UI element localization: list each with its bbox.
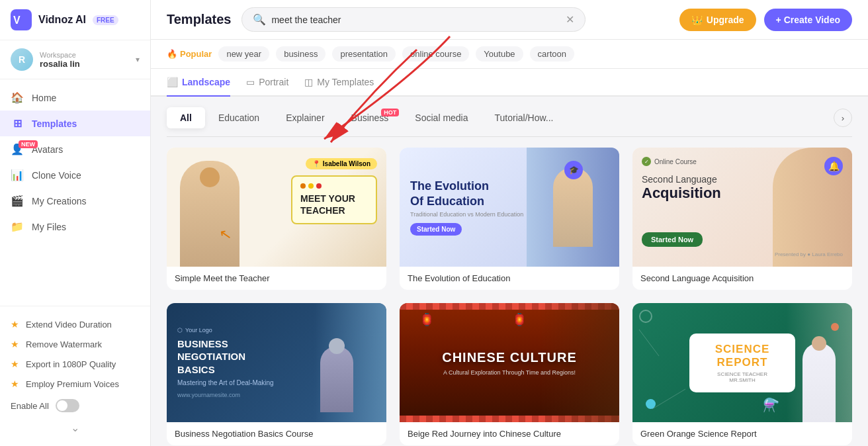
biz-logo-text: Your Logo [185, 327, 212, 334]
template-card-education[interactable]: The Evolution Of Education Traditional E… [400, 148, 619, 290]
tag-youtube[interactable]: Youtube [476, 46, 523, 62]
bell-icon: 🔔 [824, 157, 843, 175]
acq-title-line1: Second Language [642, 174, 721, 185]
sidebar-item-templates-label: Templates [32, 118, 77, 129]
chevron-down-icon: ▾ [136, 55, 140, 64]
category-next-button[interactable]: › [834, 109, 852, 127]
crown-icon: 👑 [691, 15, 703, 25]
tag-business[interactable]: business [276, 46, 326, 62]
tags-row: 🔥 Popular new year business presentation… [151, 40, 868, 69]
sidebar-item-avatars[interactable]: 👤 Avatars NEW [0, 136, 150, 162]
template-thumbnail-acquisition: ✓ Online Course 🔔 Second Language Acquis… [632, 148, 852, 267]
logo-text: Vidnoz AI [38, 14, 86, 26]
biz-person-silhouette [320, 346, 353, 412]
badge-icon: 📍 [312, 160, 320, 167]
cat-education-label: Education [218, 112, 259, 123]
tab-my-templates[interactable]: ◫ My Templates [304, 69, 374, 97]
star-icon-2: ★ [11, 339, 19, 349]
template-card-science[interactable]: SCIENCE REPORT SCIENCE TEACHER MR.SMITH … [632, 303, 852, 445]
templates-content: All Education Explainer Business HOT Soc… [151, 97, 868, 446]
my-creations-icon: 🎬 [11, 195, 24, 207]
edu-title-line2: Of Education [410, 195, 484, 208]
sidebar-collapse-button[interactable]: ⌄ [11, 418, 140, 438]
sidebar-item-my-creations[interactable]: 🎬 My Creations [0, 188, 150, 214]
template-thumbnail-meet: 📍 Isabella Wilson MEET YOUR TEACHER ↖ [167, 148, 386, 267]
cat-tab-tutorial[interactable]: Tutorial/How... [482, 107, 567, 128]
sidebar-item-home[interactable]: 🏠 Home [0, 85, 150, 111]
tag-online-course[interactable]: online course [402, 46, 469, 62]
remove-watermark-item[interactable]: ★ Remove Watermark [11, 334, 140, 354]
tab-portrait-label: Portrait [259, 77, 288, 87]
workspace-username: rosalia lin [40, 59, 129, 69]
enable-all-toggle[interactable] [56, 399, 79, 412]
landscape-icon: ⬜ [167, 77, 178, 87]
page-title: Templates [167, 12, 231, 27]
template-thumbnail-business: ⬡ Your Logo BUSINESS NEGOTIATION BASICS … [167, 303, 386, 422]
science-person-bg [786, 303, 852, 422]
online-course-dot: ✓ [642, 157, 651, 166]
sidebar-item-clone-voice[interactable]: 📊 Clone Voice [0, 162, 150, 188]
science-person-coat [803, 343, 836, 422]
template-card-chinese[interactable]: CHINESE CULTURE A Cultural Exploration T… [400, 303, 619, 445]
svg-line-2 [639, 330, 659, 356]
remove-watermark-label: Remove Watermark [26, 339, 102, 349]
workspace-selector[interactable]: R Workspace rosalia lin ▾ [0, 40, 150, 79]
svg-line-3 [652, 389, 685, 409]
sci-dot-2 [646, 399, 656, 409]
sidebar-item-my-files[interactable]: 📁 My Files [0, 214, 150, 240]
export-1080p-item[interactable]: ★ Export in 1080P Quality [11, 354, 140, 374]
template-card-acquisition[interactable]: ✓ Online Course 🔔 Second Language Acquis… [632, 148, 852, 290]
tab-portrait[interactable]: ▭ Portrait [246, 69, 288, 97]
search-clear-icon[interactable]: ✕ [566, 13, 574, 26]
popular-tag[interactable]: 🔥 Popular [167, 49, 212, 59]
premium-voices-item[interactable]: ★ Employ Premium Voices [11, 374, 140, 394]
chinese-text: CHINESE CULTURE A Cultural Exploration T… [442, 350, 577, 376]
search-input[interactable] [271, 15, 560, 25]
chinese-main-title: CHINESE CULTURE [442, 350, 577, 365]
premium-voices-label: Employ Premium Voices [26, 379, 119, 389]
cat-tab-business[interactable]: Business HOT [338, 107, 402, 128]
logo-area: V Vidnoz AI FREE [0, 0, 150, 40]
my-templates-icon: ◫ [304, 77, 313, 87]
dot-yellow [308, 183, 314, 189]
sidebar-item-templates[interactable]: ⊞ Templates [0, 111, 150, 136]
cat-tutorial-label: Tutorial/How... [495, 112, 554, 123]
tab-my-templates-label: My Templates [317, 77, 374, 87]
cat-tab-explainer[interactable]: Explainer [273, 107, 337, 128]
tag-cartoon[interactable]: cartoon [530, 46, 574, 62]
workspace-info: Workspace rosalia lin [40, 51, 129, 69]
free-badge: FREE [93, 15, 118, 25]
search-icon: 🔍 [253, 13, 266, 26]
my-files-icon: 📁 [11, 220, 24, 233]
biz-logo: ⬡ Your Logo [177, 327, 274, 334]
online-course-text: Online Course [654, 158, 697, 165]
create-video-button[interactable]: + Create Video [764, 9, 852, 31]
sidebar: V Vidnoz AI FREE R Workspace rosalia lin… [0, 0, 151, 446]
popular-label: Popular [180, 49, 212, 59]
cat-tab-social-media[interactable]: Social media [402, 107, 481, 128]
fire-icon: 🔥 [167, 49, 177, 59]
template-card-business[interactable]: ⬡ Your Logo BUSINESS NEGOTIATION BASICS … [167, 303, 386, 445]
new-badge: NEW [19, 140, 38, 148]
template-name-acquisition: Second Language Acquisition [632, 267, 852, 290]
acq-credit: Presented by ● Laura Errebo [775, 251, 843, 257]
science-person-head [812, 336, 826, 351]
workspace-label: Workspace [40, 51, 129, 59]
extend-video-item[interactable]: ★ Extend Video Duration [11, 314, 140, 334]
popup-title: MEET YOUR TEACHER [300, 193, 368, 216]
sci-circle-1 [639, 310, 652, 323]
tag-new-year[interactable]: new year [218, 46, 269, 62]
cat-tab-education[interactable]: Education [205, 107, 273, 128]
star-icon-3: ★ [11, 359, 19, 369]
hot-badge: HOT [381, 109, 399, 116]
template-card-meet-teacher[interactable]: 📍 Isabella Wilson MEET YOUR TEACHER ↖ [167, 148, 386, 290]
science-person-area [786, 303, 852, 422]
cat-tab-all[interactable]: All [167, 107, 205, 128]
portrait-icon: ▭ [246, 77, 255, 87]
tag-presentation[interactable]: presentation [332, 46, 396, 62]
science-card-title: SCIENCE REPORT [704, 343, 781, 369]
tab-landscape[interactable]: ⬜ Landscape [167, 69, 230, 97]
sidebar-item-my-files-label: My Files [32, 222, 66, 232]
edu-person [553, 167, 593, 247]
upgrade-button[interactable]: 👑 Upgrade [679, 9, 756, 31]
